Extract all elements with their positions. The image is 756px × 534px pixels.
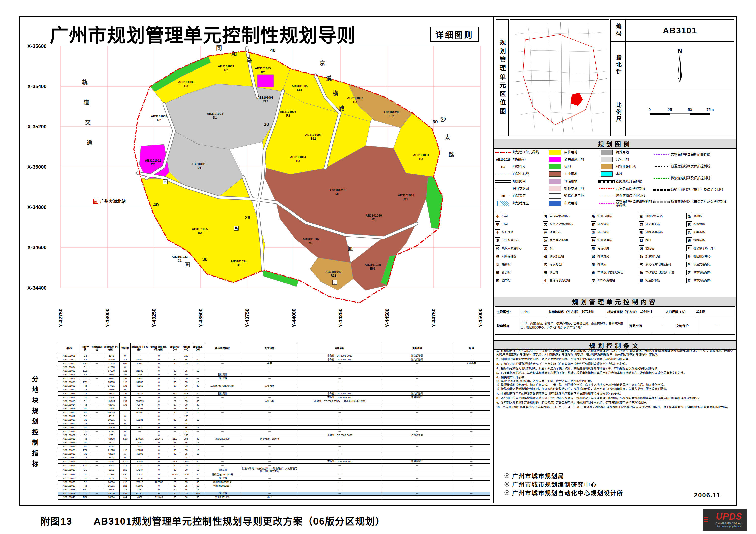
facility-legend-item: 中中学 [495,221,543,227]
y-axis-label: Y-44500 [384,308,390,327]
column-header: 容积率 [120,343,130,354]
organization-name: 广州市城市规划局 [512,471,564,480]
parcel-type-label: D1 [237,263,241,267]
table-cell: 45050 [103,492,120,496]
table-cell: R22 [80,496,91,499]
table-cell: 78196 [130,407,149,411]
table-cell: AB3101019 [58,422,80,426]
facility-label: 肉菜市场 [693,231,705,234]
table-cell: 已批案件 [204,467,241,473]
table-cell: 0 [149,426,169,429]
table-cell: 60 [192,484,204,488]
landuse-swatch [549,201,561,206]
table-cell: 44142 [130,392,149,395]
legend-item: 工业用地 [547,170,598,178]
parcel-type-label: E62 [370,267,375,270]
land-area-label: 总用地面积（平方米） [547,307,580,317]
legend-line-black-dot-icon [654,166,669,167]
y-axis-label: Y-42750 [58,308,64,327]
facility-legend-item: 电电信机房 [591,245,638,251]
road-name-char: 道 [84,99,89,106]
facility-label: 垃圾转运站 [598,239,612,242]
table-cell: 35847 [130,460,149,464]
table-cell: G2 [80,415,91,418]
table-cell: — [91,365,103,369]
facility-icon: 口 [638,238,644,243]
provision-item: 2、图则中的规划河涌保护控制线、轨道交通保护控制线、文物保护单位建设控制地带界线… [497,357,733,361]
figure-caption-prefix: 附图13 [40,516,72,527]
table-row: AB3101011C2—294281.544142021.238.560已批案件… [58,392,490,395]
facility-icon: 油 [638,254,644,259]
table-cell: — [453,496,490,499]
y-axis-label: Y-43750 [244,308,250,327]
table-cell: AB3101014 [58,403,80,407]
table-row: AB3101007R2—29062.6755602850—已批案件———— [58,377,490,380]
table-cell: AB3101007 [58,377,80,380]
table-cell: C2 [80,392,91,395]
facilities-row: 图图书馆生生活污水处理站变220KV变电站街街道办事处货城市货运站场 [495,276,734,285]
table-cell: 42893 [103,452,120,456]
table-cell: 0 [149,484,169,488]
facility-label: 垃圾压缩站 [598,215,612,217]
legend-item-label: 轨道交通线路（稳定）及保护控制线 [670,188,723,191]
table-cell: 35 [169,411,181,415]
legend-item: 特殊用地 [598,148,653,156]
table-cell: — [453,369,490,373]
facility-label: 影剧院 [502,271,511,274]
table-cell: R2 [80,460,91,464]
facility-icon: 交 [638,221,644,227]
table-cell: — [91,480,103,484]
table-cell: — [91,358,103,362]
table-cell: 2510 [103,441,120,445]
road-width-label: 40 [153,202,158,208]
table-cell: 30 [169,464,181,467]
table-cell: — [241,407,298,411]
facility-icon: 十 [495,229,500,235]
table-cell: 0 [149,422,169,426]
table-cell: 2353 [103,429,120,433]
table-header-row: 编 码用地性质用地兼容性用地面积（平方米）容积率建筑面积（平方米）审批总建筑面积… [58,343,490,354]
column-header: 指标确定依据 [204,343,241,354]
table-cell: 50 [181,377,192,380]
facility-label: 邮政所 [598,263,606,266]
table-cell: — [381,429,453,433]
provision-item: 7、本规划管理单元的开发建设还应符合《同和棠溪地区和棠下地块用地和环境发展规划》… [497,392,733,395]
table-cell: 0 [149,392,169,395]
table-cell: — [169,395,181,399]
table-cell: — [204,369,241,373]
table-cell: 78196 [103,407,120,411]
table-cell: 18.86 [169,473,181,477]
parcel-type-label: R2 [286,114,290,117]
table-cell: — [91,422,103,426]
parcel-code-label: AB3101016 [303,238,319,241]
facility-label: 居民运动场/馆 [550,239,568,242]
parcel-type-label: R2 [157,118,161,122]
table-cell: — [204,354,241,358]
facilities-row: 十综合医院体体育中心涝排涝泵站货公路货运站场菜肉菜市场 [495,228,734,236]
facility-icon: 卫 [495,238,500,243]
facility-legend-item: 农农贸设施 [687,221,734,227]
table-cell: — [241,415,298,418]
legend-symbol [547,171,563,177]
table-row: AB3101034D1—173562.3340439018.8639.2740穗… [58,473,490,477]
legend-symbol [598,171,615,177]
road-width-label: 30 [202,257,207,262]
table-cell: 1 [120,426,130,429]
table-cell: 15 [192,369,204,373]
table-cell: R2 [80,477,91,480]
figure-caption-text: AB3101规划管理单元控制性规划导则更改方案（06版分区规划） [94,516,385,527]
table-cell: — [192,395,204,399]
facility-legend-item: 街街道办事处 [638,278,687,283]
table-cell: D1 [80,399,91,403]
scale-bar-label: 比例尺 [611,89,626,136]
table-cell: 2.5 [120,477,130,480]
table-cell: — [91,496,103,499]
facility-label: 轨道交通站点 [693,263,711,266]
table-cell: 35 [169,452,181,456]
table-cell: — [381,407,453,411]
table-cell: — [381,437,453,441]
landuse-swatch [549,186,561,191]
table-cell: — [298,403,381,407]
scale-tick-label: 50 [688,107,692,112]
table-cell: AB3101020 [58,426,80,429]
